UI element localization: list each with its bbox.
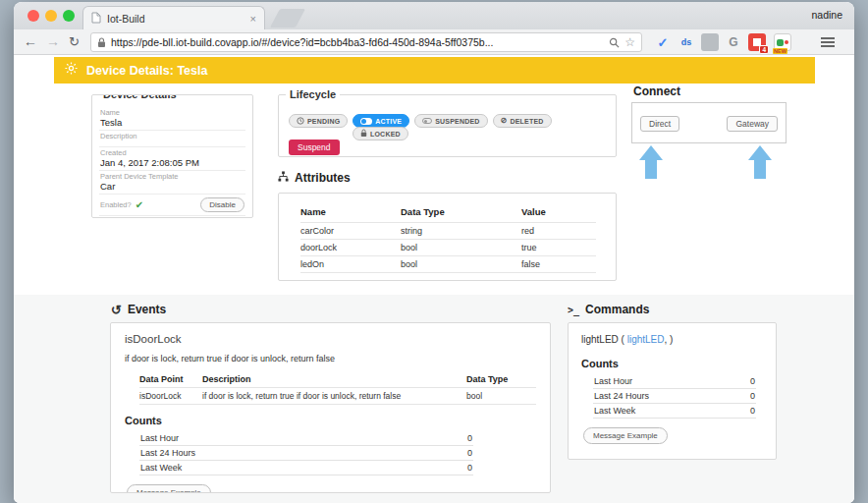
page-title: Device Details: Tesla xyxy=(86,64,207,78)
field-value xyxy=(100,140,244,144)
suspend-button[interactable]: Suspend xyxy=(289,140,340,155)
count-row: Last 24 Hours 0 xyxy=(593,389,756,404)
extension-g-icon[interactable]: G xyxy=(725,33,742,51)
state-suspended[interactable]: SUSPENDED xyxy=(414,114,487,128)
extension-count-badge: 4 xyxy=(759,45,769,54)
count-value: 0 xyxy=(750,406,755,416)
state-locked[interactable]: LOCKED xyxy=(353,127,408,140)
url-text: https://pde-bll.iot-build.covapp.io/#/de… xyxy=(111,36,604,48)
fullscreen-window-button[interactable] xyxy=(63,10,75,22)
state-label: ACTIVE xyxy=(375,118,402,125)
message-example-button[interactable]: Message Example xyxy=(583,427,668,444)
state-active[interactable]: ACTIVE xyxy=(353,114,409,128)
events-heading: ↺ Events xyxy=(111,303,166,316)
clock-icon xyxy=(297,117,304,126)
terminal-icon: >_ xyxy=(568,305,579,315)
cell: ledOn xyxy=(300,256,401,273)
table-header-row: Name Data Type Value xyxy=(300,206,596,223)
address-bar[interactable]: https://pde-bll.iot-build.covapp.io/#/de… xyxy=(90,32,642,52)
attributes-card: Name Data Type Value carColor string red… xyxy=(278,193,617,281)
page-content: Device Details: Tesla Device Details Nam… xyxy=(14,55,854,503)
cell: true xyxy=(521,240,596,256)
count-row: Last Hour 0 xyxy=(593,374,756,389)
table-row: carColor string red xyxy=(300,223,596,240)
state-deleted[interactable]: ⊘ DELETED xyxy=(493,114,552,128)
count-row: Last Week 0 xyxy=(139,461,473,475)
bookmark-star-icon[interactable]: ☆ xyxy=(624,35,635,49)
cell: false xyxy=(521,256,596,273)
gateway-button[interactable]: Gateway xyxy=(727,116,778,132)
count-label: Last 24 Hours xyxy=(140,448,195,458)
zoom-icon[interactable] xyxy=(609,37,620,48)
commands-title: Commands xyxy=(585,303,649,316)
lightled-link[interactable]: lightLED xyxy=(627,334,665,345)
column-header: Data Point xyxy=(139,371,202,387)
extension-colored-icon[interactable]: NEW xyxy=(774,33,791,51)
count-row: Last 24 Hours 0 xyxy=(139,446,473,461)
toggle-on-icon xyxy=(360,118,372,125)
field-created: Created Jan 4, 2017 2:08:05 PM xyxy=(99,147,245,171)
count-label: Last Hour xyxy=(594,376,632,386)
field-label: Created xyxy=(100,148,244,157)
table-row: doorLock bool true xyxy=(300,240,596,256)
event-name: isDoorLock xyxy=(125,333,536,345)
up-arrow xyxy=(639,145,663,181)
lifecycle-states: PENDING ACTIVE SUSPENDED ⊘ DELETED xyxy=(289,114,552,128)
count-value: 0 xyxy=(467,433,472,443)
browser-toolbar: ← → ↻ https://pde-bll.iot-build.covapp.i… xyxy=(14,29,854,55)
command-signature: lightLED ( lightLED, ) xyxy=(581,334,763,345)
cell: doorLock xyxy=(300,240,401,256)
disable-button[interactable]: Disable xyxy=(200,197,244,212)
toggle-off-icon xyxy=(422,118,432,124)
cell: if door is lock, return true if door is … xyxy=(202,387,466,405)
events-title: Events xyxy=(128,303,166,316)
field-label: Parent Device Template xyxy=(100,172,244,181)
state-label: DELETED xyxy=(510,118,543,125)
gear-icon xyxy=(64,61,79,80)
message-example-button[interactable]: Message Example xyxy=(127,484,211,493)
signature-text: , ) xyxy=(665,334,674,345)
extension-gray-icon[interactable] xyxy=(701,33,719,51)
menu-icon[interactable] xyxy=(821,35,835,49)
close-window-button[interactable] xyxy=(27,10,39,22)
reload-button[interactable]: ↻ xyxy=(69,33,80,50)
extension-grid-icon[interactable]: 4 xyxy=(748,33,766,51)
tab-title: Iot-Build xyxy=(107,13,244,25)
state-pending[interactable]: PENDING xyxy=(289,114,348,128)
tab-close-icon[interactable]: × xyxy=(250,13,256,25)
column-header: Data Type xyxy=(466,371,536,387)
column-header: Name xyxy=(300,206,401,223)
lifecycle-title: Lifecycle xyxy=(286,88,340,100)
extension-ds-icon[interactable]: ds xyxy=(678,33,695,51)
minimize-window-button[interactable] xyxy=(45,10,57,22)
tab-strip: Iot-Build × nadine xyxy=(14,2,854,29)
column-header: Data Type xyxy=(401,206,521,223)
cell: bool xyxy=(466,387,536,405)
extension-check-icon[interactable]: ✓ xyxy=(654,33,672,51)
events-table: Data Point Description Data Type isDoorL… xyxy=(139,371,536,405)
count-row: Last Week 0 xyxy=(593,404,756,419)
page-icon xyxy=(91,10,101,28)
history-icon: ↺ xyxy=(111,304,122,316)
cell: red xyxy=(521,223,596,240)
counts-title: Counts xyxy=(125,415,536,426)
connect-panel: Direct Gateway xyxy=(631,102,787,143)
field-label: Enabled? xyxy=(100,200,132,209)
browser-tab[interactable]: Iot-Build × xyxy=(82,6,265,29)
up-arrow xyxy=(748,145,772,181)
attributes-table: Name Data Type Value carColor string red… xyxy=(300,206,596,273)
cell: isDoorLock xyxy=(139,387,202,405)
check-icon: ✔ xyxy=(136,200,143,210)
table-row: ledOn bool false xyxy=(300,256,596,273)
new-tab-button[interactable] xyxy=(270,9,305,28)
back-button[interactable]: ← xyxy=(24,33,37,50)
forward-button[interactable]: → xyxy=(46,33,60,50)
attributes-heading: Attributes xyxy=(278,171,351,185)
circle-slash-icon: ⊘ xyxy=(501,117,508,125)
field-presence-state: Presence State Standby xyxy=(99,216,245,218)
field-value: Tesla xyxy=(100,117,244,128)
profile-name[interactable]: nadine xyxy=(811,9,842,21)
column-header: Description xyxy=(202,371,466,387)
direct-button[interactable]: Direct xyxy=(640,116,679,132)
device-details-title: Device Details xyxy=(99,94,181,100)
